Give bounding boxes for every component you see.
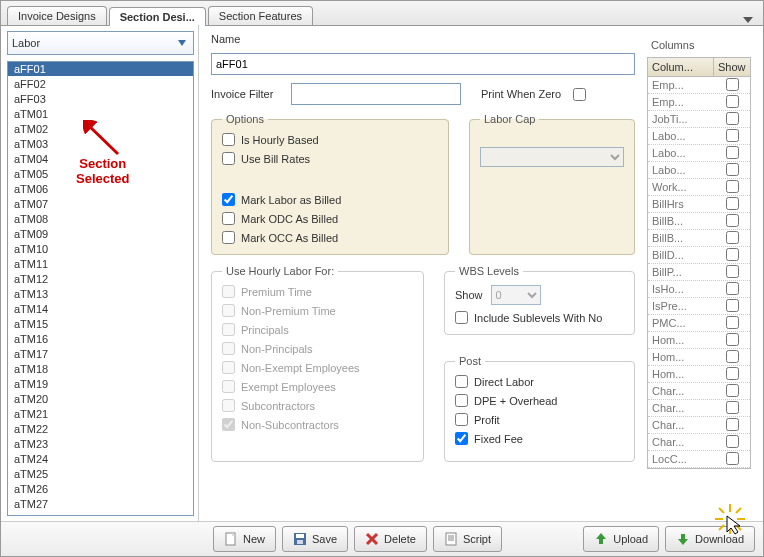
columns-row[interactable]: Labo...: [648, 128, 750, 145]
columns-show-checkbox[interactable]: [726, 180, 739, 193]
columns-show-checkbox[interactable]: [726, 214, 739, 227]
list-item[interactable]: aTM27: [8, 497, 193, 512]
columns-show-checkbox[interactable]: [726, 452, 739, 465]
columns-show-checkbox[interactable]: [726, 418, 739, 431]
columns-row[interactable]: Work...: [648, 179, 750, 196]
list-item[interactable]: aTM08: [8, 212, 193, 227]
list-item[interactable]: aTM12: [8, 272, 193, 287]
columns-row[interactable]: BillD...: [648, 247, 750, 264]
list-item[interactable]: aFF02: [8, 77, 193, 92]
columns-show-checkbox[interactable]: [726, 231, 739, 244]
columns-row[interactable]: Labo...: [648, 145, 750, 162]
columns-show-checkbox[interactable]: [726, 197, 739, 210]
columns-show-checkbox[interactable]: [726, 163, 739, 176]
list-item[interactable]: aTM23: [8, 437, 193, 452]
columns-row[interactable]: PMC...: [648, 315, 750, 332]
list-item[interactable]: aFF01: [8, 62, 193, 77]
columns-header-show[interactable]: Show: [714, 58, 750, 76]
print-when-zero-checkbox[interactable]: [573, 88, 586, 101]
use-bill-rates-checkbox[interactable]: Use Bill Rates: [222, 152, 319, 165]
post-checkbox[interactable]: Profit: [455, 413, 624, 426]
columns-row[interactable]: BillP...: [648, 264, 750, 281]
columns-row[interactable]: BillB...: [648, 230, 750, 247]
post-checkbox[interactable]: Fixed Fee: [455, 432, 624, 445]
columns-row[interactable]: LocC...: [648, 451, 750, 468]
columns-show-checkbox[interactable]: [726, 78, 739, 91]
section-listbox[interactable]: aFF01aFF02aFF03aTM01aTM02aTM03aTM04aTM05…: [7, 61, 194, 516]
columns-show-checkbox[interactable]: [726, 316, 739, 329]
tab-section-features[interactable]: Section Features: [208, 6, 313, 25]
columns-row[interactable]: Char...: [648, 383, 750, 400]
columns-row[interactable]: JobTi...: [648, 111, 750, 128]
list-item[interactable]: aTM05: [8, 167, 193, 182]
script-button[interactable]: Script: [433, 526, 502, 552]
download-button[interactable]: Download: [665, 526, 755, 552]
columns-show-checkbox[interactable]: [726, 435, 739, 448]
list-item[interactable]: aFF03: [8, 92, 193, 107]
columns-show-checkbox[interactable]: [726, 333, 739, 346]
wbs-include-checkbox[interactable]: Include Sublevels With No: [455, 311, 624, 324]
mark-labor-checkbox[interactable]: Mark Labor as Billed: [222, 193, 341, 206]
list-item[interactable]: aTM07: [8, 197, 193, 212]
list-item[interactable]: aTM24: [8, 452, 193, 467]
list-item[interactable]: aTM20: [8, 392, 193, 407]
name-input[interactable]: [211, 53, 635, 75]
list-item[interactable]: aTM03: [8, 137, 193, 152]
list-item[interactable]: aTM10: [8, 242, 193, 257]
list-item[interactable]: aTM09: [8, 227, 193, 242]
columns-show-checkbox[interactable]: [726, 146, 739, 159]
section-type-combo[interactable]: Labor: [7, 31, 194, 55]
save-button[interactable]: Save: [282, 526, 348, 552]
columns-row[interactable]: Hom...: [648, 349, 750, 366]
tab-invoice-designs[interactable]: Invoice Designs: [7, 6, 107, 25]
columns-row[interactable]: Hom...: [648, 366, 750, 383]
list-item[interactable]: aTM25: [8, 467, 193, 482]
delete-button[interactable]: Delete: [354, 526, 427, 552]
tab-overflow-icon[interactable]: [743, 15, 753, 25]
list-item[interactable]: aTM17: [8, 347, 193, 362]
list-item[interactable]: aTM14: [8, 302, 193, 317]
columns-row[interactable]: Hom...: [648, 332, 750, 349]
list-item[interactable]: aTM19: [8, 377, 193, 392]
columns-show-checkbox[interactable]: [726, 350, 739, 363]
post-checkbox[interactable]: DPE + Overhead: [455, 394, 624, 407]
columns-row[interactable]: Emp...: [648, 77, 750, 94]
list-item[interactable]: aTM16: [8, 332, 193, 347]
list-item[interactable]: aTM13: [8, 287, 193, 302]
list-item[interactable]: aTM02: [8, 122, 193, 137]
upload-button[interactable]: Upload: [583, 526, 659, 552]
wbs-show-select[interactable]: 0: [491, 285, 541, 305]
list-item[interactable]: aTM28: [8, 512, 193, 516]
list-item[interactable]: aTM26: [8, 482, 193, 497]
columns-row[interactable]: Emp...: [648, 94, 750, 111]
list-item[interactable]: aTM15: [8, 317, 193, 332]
columns-row[interactable]: IsHo...: [648, 281, 750, 298]
columns-show-checkbox[interactable]: [726, 265, 739, 278]
columns-show-checkbox[interactable]: [726, 95, 739, 108]
columns-row[interactable]: BillHrs: [648, 196, 750, 213]
post-checkbox[interactable]: Direct Labor: [455, 375, 624, 388]
list-item[interactable]: aTM22: [8, 422, 193, 437]
columns-show-checkbox[interactable]: [726, 282, 739, 295]
list-item[interactable]: aTM01: [8, 107, 193, 122]
columns-show-checkbox[interactable]: [726, 401, 739, 414]
list-item[interactable]: aTM18: [8, 362, 193, 377]
labor-cap-select[interactable]: [480, 147, 624, 167]
columns-show-checkbox[interactable]: [726, 248, 739, 261]
list-item[interactable]: aTM04: [8, 152, 193, 167]
columns-show-checkbox[interactable]: [726, 129, 739, 142]
mark-occ-checkbox[interactable]: Mark OCC As Billed: [222, 231, 341, 244]
columns-show-checkbox[interactable]: [726, 367, 739, 380]
new-button[interactable]: New: [213, 526, 276, 552]
mark-odc-checkbox[interactable]: Mark ODC As Billed: [222, 212, 341, 225]
list-item[interactable]: aTM06: [8, 182, 193, 197]
columns-show-checkbox[interactable]: [726, 384, 739, 397]
columns-show-checkbox[interactable]: [726, 112, 739, 125]
columns-row[interactable]: Char...: [648, 400, 750, 417]
columns-row[interactable]: BillB...: [648, 213, 750, 230]
list-item[interactable]: aTM21: [8, 407, 193, 422]
columns-row[interactable]: Labo...: [648, 162, 750, 179]
columns-row[interactable]: IsPre...: [648, 298, 750, 315]
list-item[interactable]: aTM11: [8, 257, 193, 272]
invoice-filter-input[interactable]: [291, 83, 461, 105]
